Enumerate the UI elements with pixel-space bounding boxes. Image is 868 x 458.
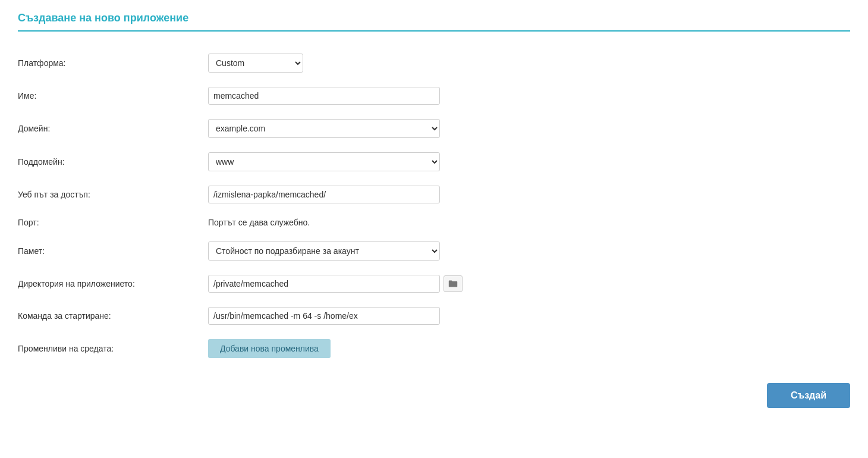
name-label: Име: bbox=[18, 80, 208, 112]
envvars-label: Променливи на средата: bbox=[18, 332, 208, 365]
name-cell bbox=[208, 80, 850, 112]
envvars-cell: Добави нова променлива bbox=[208, 332, 850, 365]
form-table: Платформа: Custom PHP Python Node.js Rub… bbox=[18, 46, 850, 365]
submit-row: Създай bbox=[18, 377, 850, 408]
folder-icon bbox=[448, 279, 458, 288]
title-divider bbox=[18, 30, 850, 32]
appdir-label: Директория на приложението: bbox=[18, 268, 208, 300]
domain-label: Домейн: bbox=[18, 112, 208, 145]
subdomain-row: Поддомейн: www bbox=[18, 145, 850, 178]
platform-label: Платформа: bbox=[18, 46, 208, 80]
startcmd-cell bbox=[208, 300, 850, 332]
name-input[interactable] bbox=[208, 87, 440, 105]
memory-row: Памет: Стойност по подразбиране за акаун… bbox=[18, 234, 850, 268]
startcmd-input[interactable] bbox=[208, 307, 440, 325]
platform-select[interactable]: Custom PHP Python Node.js Ruby bbox=[208, 54, 303, 73]
memory-cell: Стойност по подразбиране за акаунт bbox=[208, 234, 850, 268]
appdir-row: Директория на приложението: bbox=[18, 268, 850, 300]
platform-cell: Custom PHP Python Node.js Ruby bbox=[208, 46, 850, 80]
name-row: Име: bbox=[18, 80, 850, 112]
port-row: Порт: Портът се дава служебно. bbox=[18, 211, 850, 234]
envvars-row: Променливи на средата: Добави нова проме… bbox=[18, 332, 850, 365]
port-label: Порт: bbox=[18, 211, 208, 234]
browse-folder-button[interactable] bbox=[444, 275, 463, 292]
webpath-label: Уеб път за достъп: bbox=[18, 178, 208, 211]
subdomain-label: Поддомейн: bbox=[18, 145, 208, 178]
webpath-input[interactable] bbox=[208, 186, 440, 203]
appdir-input[interactable] bbox=[208, 275, 440, 293]
platform-row: Платформа: Custom PHP Python Node.js Rub… bbox=[18, 46, 850, 80]
add-variable-button[interactable]: Добави нова променлива bbox=[208, 339, 331, 358]
webpath-cell bbox=[208, 178, 850, 211]
domain-row: Домейн: example.com bbox=[18, 112, 850, 145]
memory-select[interactable]: Стойност по подразбиране за акаунт bbox=[208, 241, 440, 261]
domain-select[interactable]: example.com bbox=[208, 119, 440, 138]
port-cell: Портът се дава служебно. bbox=[208, 211, 850, 234]
startcmd-label: Команда за стартиране: bbox=[18, 300, 208, 332]
subdomain-select[interactable]: www bbox=[208, 152, 440, 171]
domain-cell: example.com bbox=[208, 112, 850, 145]
webpath-row: Уеб път за достъп: bbox=[18, 178, 850, 211]
subdomain-cell: www bbox=[208, 145, 850, 178]
port-static-text: Портът се дава служебно. bbox=[208, 218, 310, 227]
create-button[interactable]: Създай bbox=[767, 383, 850, 408]
startcmd-row: Команда за стартиране: bbox=[18, 300, 850, 332]
memory-label: Памет: bbox=[18, 234, 208, 268]
appdir-cell bbox=[208, 268, 850, 300]
appdir-wrapper bbox=[208, 275, 850, 293]
page-title: Създаване на ново приложение bbox=[18, 12, 850, 24]
